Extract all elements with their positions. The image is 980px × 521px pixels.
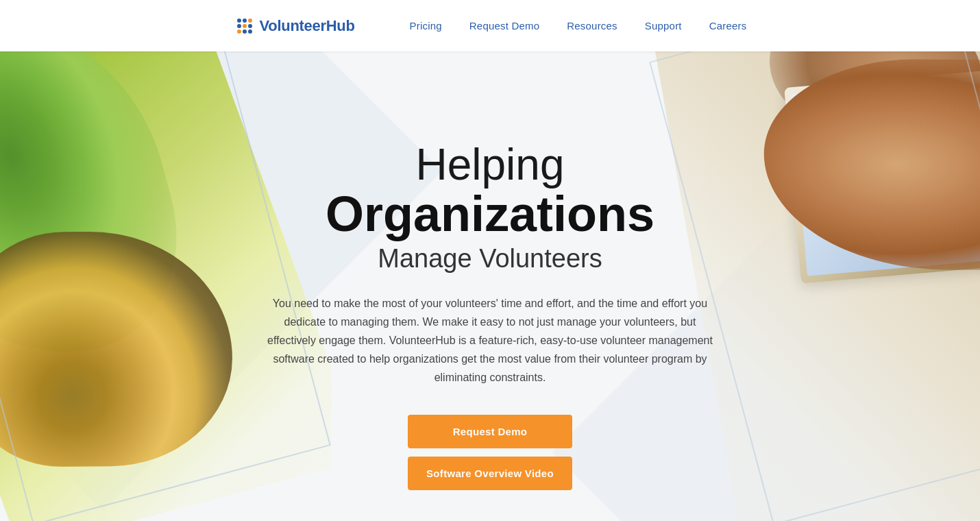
svg-point-6 [237, 29, 241, 34]
hero-content: Helping Organizations Manage Volunteers … [250, 51, 730, 490]
svg-point-5 [248, 24, 252, 28]
svg-point-8 [248, 29, 252, 34]
svg-point-2 [248, 19, 252, 23]
svg-point-1 [243, 19, 247, 23]
header-inner: VolunteerHub Pricing Request Demo Resour… [234, 15, 747, 37]
hero-subtitle: Manage Volunteers [250, 243, 730, 275]
svg-point-0 [237, 19, 241, 23]
logo-icon [234, 15, 256, 37]
nav-pricing[interactable]: Pricing [410, 20, 442, 32]
hero-description: You need to make the most of your volunt… [250, 294, 730, 387]
nav-resources[interactable]: Resources [567, 20, 617, 32]
svg-point-4 [243, 24, 247, 28]
logo-text: VolunteerHub [260, 17, 355, 35]
hero-title-line1: Helping [250, 141, 730, 189]
main-header: VolunteerHub Pricing Request Demo Resour… [0, 0, 980, 51]
svg-point-7 [243, 29, 247, 34]
hero-title-line2: Organizations [250, 189, 730, 241]
main-nav: Pricing Request Demo Resources Support C… [410, 20, 747, 32]
software-overview-button[interactable]: Software Overview Video [408, 457, 572, 490]
hero-buttons: Request Demo Software Overview Video [250, 415, 730, 490]
svg-point-3 [237, 24, 241, 28]
nav-careers[interactable]: Careers [709, 20, 747, 32]
nav-request-demo[interactable]: Request Demo [469, 20, 539, 32]
nav-support[interactable]: Support [645, 20, 682, 32]
logo-link[interactable]: VolunteerHub [234, 15, 355, 37]
request-demo-button[interactable]: Request Demo [408, 415, 572, 448]
